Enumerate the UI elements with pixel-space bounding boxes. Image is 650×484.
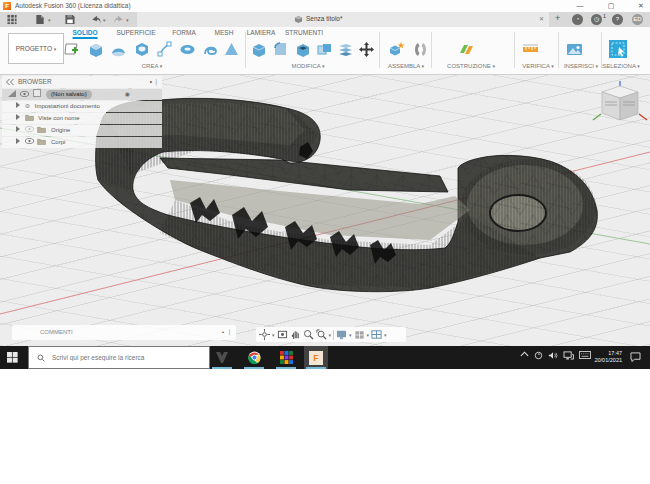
tab-superficie[interactable]: SUPERFICIE [116, 29, 155, 36]
panel-dot-icon[interactable]: • [222, 325, 224, 340]
panel-expand-icon[interactable]: ❘ [227, 325, 232, 340]
start-button[interactable] [0, 346, 24, 369]
browser-item-origine[interactable]: Origine [2, 125, 162, 136]
zoom-window-icon[interactable] [316, 329, 327, 340]
group-label-crea[interactable]: CREA ▾ [142, 63, 163, 69]
expand-arrow-icon[interactable] [16, 114, 20, 120]
create-sketch-icon[interactable] [64, 41, 81, 58]
redo-dropdown-icon[interactable]: ▾ [126, 17, 129, 23]
undo-dropdown-icon[interactable]: ▾ [103, 17, 106, 23]
expand-arrow-icon[interactable] [16, 126, 20, 132]
action-center-icon[interactable] [630, 352, 641, 362]
look-at-icon[interactable] [277, 329, 288, 340]
expand-arrow-icon[interactable] [16, 138, 20, 144]
collapse-panel-icon[interactable] [6, 79, 14, 85]
maximize-button[interactable]: ▢ [603, 1, 619, 11]
torus-icon[interactable] [179, 41, 196, 58]
data-panel-icon[interactable] [6, 14, 18, 25]
new-tab-button[interactable]: + [555, 13, 560, 23]
combine-icon[interactable] [316, 41, 333, 58]
search-input[interactable] [50, 353, 204, 362]
grid-settings-icon[interactable] [354, 329, 365, 340]
job-status-clock-icon[interactable]: ◷ [591, 14, 602, 25]
panel-resize-icon[interactable]: ❘ [154, 76, 159, 88]
taskbar-clock[interactable]: 17:47 20/01/2021 [594, 350, 622, 365]
select-icon[interactable] [608, 39, 628, 59]
construction-plane-icon[interactable] [458, 41, 475, 58]
taskbar-app-v-logo[interactable] [210, 346, 234, 369]
grid-dropdown-icon[interactable]: ▾ [367, 332, 370, 338]
sync-tray-icon[interactable] [534, 351, 543, 360]
help-icon[interactable]: ? [612, 14, 623, 25]
viewports-dropdown-icon[interactable]: ▾ [384, 332, 387, 338]
browser-root-row[interactable]: (Non salvato) ◉ [2, 89, 162, 100]
document-tab[interactable] [137, 12, 549, 27]
joint-icon[interactable] [412, 41, 429, 58]
minimize-button[interactable]: — [572, 1, 588, 11]
browser-item-impostazioni[interactable]: ⚙ Impostazioni documento [2, 101, 162, 112]
browser-item-corpi[interactable]: Corpi [2, 137, 162, 148]
redo-icon[interactable] [113, 14, 125, 25]
group-label-assembla[interactable]: ASSEMBLA ▾ [388, 63, 424, 69]
extrude-icon[interactable] [87, 41, 104, 58]
undo-icon[interactable] [90, 14, 102, 25]
activate-radio-icon[interactable]: ◉ [125, 89, 130, 100]
mesh-body[interactable] [96, 98, 598, 291]
viewports-icon[interactable] [371, 329, 382, 340]
rail-icon[interactable] [156, 41, 173, 58]
tab-mesh[interactable]: MESH [215, 29, 234, 36]
insert-image-icon[interactable] [566, 41, 583, 58]
visibility-eye-icon[interactable] [25, 138, 34, 144]
browser-panel-header[interactable]: BROWSER • ❘ [2, 76, 162, 88]
expand-arrow-icon[interactable] [16, 102, 20, 108]
taskbar-search[interactable] [28, 346, 210, 369]
display-dropdown-icon[interactable]: ▾ [349, 332, 352, 338]
orbit-dropdown-icon[interactable]: ▾ [272, 332, 275, 338]
avatar[interactable]: ED [632, 14, 643, 25]
zoom-icon[interactable] [303, 329, 314, 340]
taskbar-app-chrome[interactable] [242, 346, 266, 369]
project-button[interactable]: PROGETTO ▾ [8, 33, 64, 64]
stack-icon[interactable] [337, 41, 354, 58]
view-cube[interactable] [592, 78, 648, 132]
volume-icon[interactable] [548, 351, 558, 360]
fillet-icon[interactable] [272, 41, 289, 58]
comments-panel[interactable]: COMMENTI • ❘ [12, 325, 236, 340]
tab-forma[interactable]: FORMA [172, 29, 195, 36]
tab-close-icon[interactable]: ✕ [539, 15, 544, 22]
group-label-seleziona[interactable]: SELEZIONA ▾ [602, 63, 640, 69]
pan-hand-icon[interactable] [290, 329, 301, 340]
browser-item-viste[interactable]: Viste con nome [2, 113, 162, 124]
extensions-icon[interactable]: ◔ [572, 14, 583, 25]
press-pull-icon[interactable] [250, 41, 267, 58]
visibility-eye-icon[interactable] [20, 91, 29, 97]
new-component-icon[interactable] [388, 41, 405, 58]
measure-icon[interactable] [522, 41, 539, 58]
zoom-dropdown-icon[interactable]: ▾ [329, 332, 332, 338]
group-label-modifica[interactable]: MODIFICA ▾ [291, 63, 324, 69]
panel-dot-icon[interactable]: • [150, 76, 152, 88]
file-menu-icon[interactable] [34, 14, 46, 25]
revolve-icon[interactable] [110, 41, 127, 58]
coil-icon[interactable] [202, 41, 219, 58]
visibility-eye-off-icon[interactable] [25, 126, 34, 132]
file-menu-dropdown-icon[interactable]: ▾ [48, 17, 51, 23]
primitive-cone-icon[interactable] [223, 41, 240, 58]
tab-solido[interactable]: SOLIDO [73, 29, 98, 39]
taskbar-app-tiles[interactable] [274, 346, 298, 369]
sweep-icon[interactable] [133, 41, 150, 58]
close-button[interactable]: ✕ [633, 1, 649, 11]
tab-lamiera[interactable]: LAMIERA [247, 29, 276, 36]
orbit-icon[interactable] [259, 329, 270, 340]
shell-icon[interactable] [294, 41, 311, 58]
taskbar-app-fusion-active[interactable]: F [304, 346, 328, 369]
touch-keyboard-icon[interactable] [579, 351, 591, 359]
save-icon[interactable] [64, 14, 76, 25]
group-label-costruzione[interactable]: COSTRUZIONE ▾ [447, 63, 495, 69]
group-label-verifica[interactable]: VERIFICA ▾ [522, 63, 554, 69]
viewport-3d[interactable]: BROWSER • ❘ (Non salvato) ◉ ⚙ [0, 75, 650, 346]
hidden-icons-chevron-icon[interactable] [520, 351, 529, 357]
network-icon[interactable] [563, 351, 574, 360]
display-settings-icon[interactable] [336, 329, 347, 340]
tab-strumenti[interactable]: STRUMENTI [285, 29, 323, 36]
